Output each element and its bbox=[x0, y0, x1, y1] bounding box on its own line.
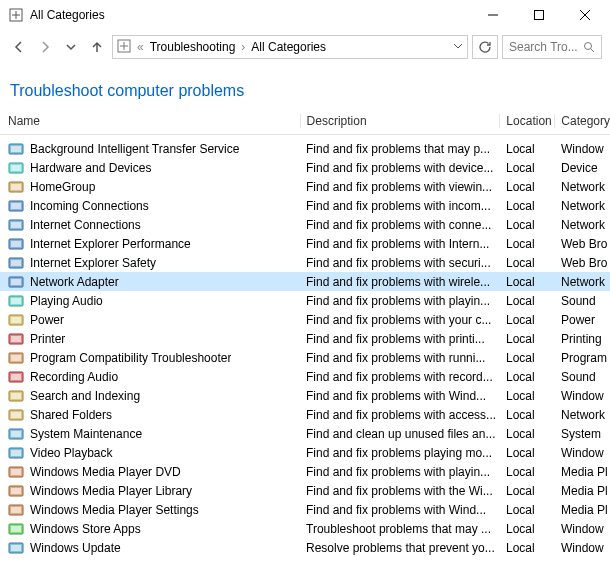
list-item[interactable]: Shared FoldersFind and fix problems with… bbox=[0, 405, 610, 424]
svg-rect-15 bbox=[11, 241, 21, 247]
address-dropdown-icon[interactable] bbox=[453, 40, 463, 54]
svg-rect-33 bbox=[11, 412, 21, 418]
item-location: Local bbox=[500, 541, 555, 555]
item-icon bbox=[8, 540, 24, 556]
item-category: Media Pl bbox=[555, 465, 610, 479]
refresh-button[interactable] bbox=[472, 35, 498, 59]
svg-rect-1 bbox=[535, 11, 544, 20]
column-header-category[interactable]: Category bbox=[554, 114, 610, 128]
svg-rect-23 bbox=[11, 317, 21, 323]
list-item[interactable]: Windows Media Player LibraryFind and fix… bbox=[0, 481, 610, 500]
maximize-button[interactable] bbox=[516, 0, 562, 30]
item-name: Windows Media Player Library bbox=[30, 484, 192, 498]
app-icon bbox=[8, 7, 24, 23]
item-description: Find and fix problems with device... bbox=[300, 161, 500, 175]
breadcrumb-part[interactable]: Troubleshooting bbox=[150, 40, 236, 54]
item-name: Shared Folders bbox=[30, 408, 112, 422]
minimize-button[interactable] bbox=[470, 0, 516, 30]
item-icon bbox=[8, 388, 24, 404]
list-item[interactable]: System MaintenanceFind and clean up unus… bbox=[0, 424, 610, 443]
item-category: Network bbox=[555, 199, 610, 213]
svg-rect-47 bbox=[11, 545, 21, 551]
item-name: Internet Explorer Performance bbox=[30, 237, 191, 251]
svg-rect-25 bbox=[11, 336, 21, 342]
item-description: Find and fix problems with playin... bbox=[300, 294, 500, 308]
item-location: Local bbox=[500, 275, 555, 289]
item-location: Local bbox=[500, 446, 555, 460]
item-icon bbox=[8, 312, 24, 328]
item-category: System bbox=[555, 427, 610, 441]
list-item[interactable]: Program Compatibility TroubleshooterFind… bbox=[0, 348, 610, 367]
recent-locations-button[interactable] bbox=[60, 36, 82, 58]
navigation-bar: « Troubleshooting › All Categories Searc… bbox=[0, 30, 610, 64]
up-button[interactable] bbox=[86, 36, 108, 58]
item-name: Program Compatibility Troubleshooter bbox=[30, 351, 231, 365]
column-header-name[interactable]: Name bbox=[0, 114, 300, 128]
close-button[interactable] bbox=[562, 0, 608, 30]
list-item[interactable]: Windows UpdateResolve problems that prev… bbox=[0, 538, 610, 557]
breadcrumb-part[interactable]: All Categories bbox=[251, 40, 326, 54]
list-item[interactable]: Search and IndexingFind and fix problems… bbox=[0, 386, 610, 405]
item-location: Local bbox=[500, 161, 555, 175]
list-item[interactable]: Windows Store AppsTroubleshoot problems … bbox=[0, 519, 610, 538]
list-item[interactable]: Recording AudioFind and fix problems wit… bbox=[0, 367, 610, 386]
item-icon bbox=[8, 179, 24, 195]
list-item[interactable]: Hardware and DevicesFind and fix problem… bbox=[0, 158, 610, 177]
list-item[interactable]: Incoming ConnectionsFind and fix problem… bbox=[0, 196, 610, 215]
item-description: Find and clean up unused files an... bbox=[300, 427, 500, 441]
item-name: Internet Connections bbox=[30, 218, 141, 232]
svg-rect-5 bbox=[11, 146, 21, 152]
item-icon bbox=[8, 350, 24, 366]
list-item[interactable]: Background Intelligent Transfer ServiceF… bbox=[0, 139, 610, 158]
item-location: Local bbox=[500, 408, 555, 422]
search-input[interactable]: Search Tro... bbox=[502, 35, 602, 59]
list-item[interactable]: Windows Media Player DVDFind and fix pro… bbox=[0, 462, 610, 481]
list-item[interactable]: PowerFind and fix problems with your c..… bbox=[0, 310, 610, 329]
item-category: Power bbox=[555, 313, 610, 327]
item-name: Printer bbox=[30, 332, 65, 346]
address-icon bbox=[117, 39, 131, 56]
svg-rect-21 bbox=[11, 298, 21, 304]
search-placeholder: Search Tro... bbox=[509, 40, 579, 54]
item-icon bbox=[8, 407, 24, 423]
item-icon bbox=[8, 274, 24, 290]
list-item[interactable]: Windows Media Player SettingsFind and fi… bbox=[0, 500, 610, 519]
svg-rect-27 bbox=[11, 355, 21, 361]
item-location: Local bbox=[500, 522, 555, 536]
back-button[interactable] bbox=[8, 36, 30, 58]
list-item[interactable]: HomeGroupFind and fix problems with view… bbox=[0, 177, 610, 196]
svg-rect-45 bbox=[11, 526, 21, 532]
list-item[interactable]: Internet Explorer PerformanceFind and fi… bbox=[0, 234, 610, 253]
item-name: Hardware and Devices bbox=[30, 161, 151, 175]
svg-rect-13 bbox=[11, 222, 21, 228]
item-location: Local bbox=[500, 199, 555, 213]
column-header-location[interactable]: Location bbox=[499, 114, 554, 128]
list-item[interactable]: Internet Explorer SafetyFind and fix pro… bbox=[0, 253, 610, 272]
item-category: Web Bro bbox=[555, 256, 610, 270]
item-category: Window bbox=[555, 446, 610, 460]
item-name: Search and Indexing bbox=[30, 389, 140, 403]
list-item[interactable]: Playing AudioFind and fix problems with … bbox=[0, 291, 610, 310]
item-name: Network Adapter bbox=[30, 275, 119, 289]
svg-rect-43 bbox=[11, 507, 21, 513]
item-name: System Maintenance bbox=[30, 427, 142, 441]
svg-rect-9 bbox=[11, 184, 21, 190]
column-header-description[interactable]: Description bbox=[300, 114, 500, 128]
item-icon bbox=[8, 521, 24, 537]
svg-rect-41 bbox=[11, 488, 21, 494]
troubleshooter-list: Background Intelligent Transfer ServiceF… bbox=[0, 139, 610, 557]
list-item[interactable]: Video PlaybackFind and fix problems play… bbox=[0, 443, 610, 462]
list-item[interactable]: Network AdapterFind and fix problems wit… bbox=[0, 272, 610, 291]
item-icon bbox=[8, 445, 24, 461]
svg-rect-29 bbox=[11, 374, 21, 380]
address-bar[interactable]: « Troubleshooting › All Categories bbox=[112, 35, 468, 59]
list-item[interactable]: PrinterFind and fix problems with printi… bbox=[0, 329, 610, 348]
item-location: Local bbox=[500, 237, 555, 251]
item-category: Media Pl bbox=[555, 503, 610, 517]
list-item[interactable]: Internet ConnectionsFind and fix problem… bbox=[0, 215, 610, 234]
item-category: Network bbox=[555, 180, 610, 194]
forward-button[interactable] bbox=[34, 36, 56, 58]
item-description: Find and fix problems with wirele... bbox=[300, 275, 500, 289]
item-category: Window bbox=[555, 541, 610, 555]
breadcrumb-chevron-icon[interactable]: › bbox=[239, 40, 247, 54]
